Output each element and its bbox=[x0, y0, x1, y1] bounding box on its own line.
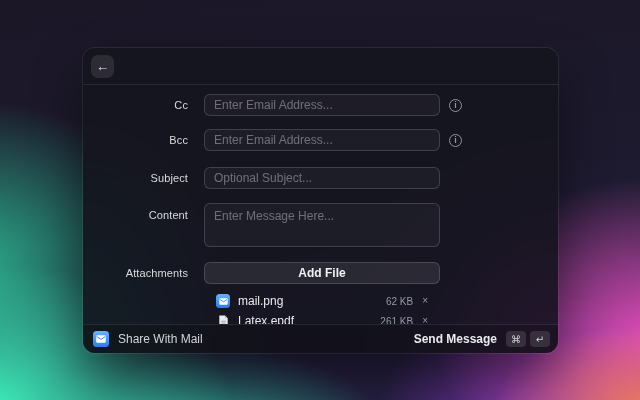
attachment-size: 62 KB bbox=[386, 296, 413, 307]
attachment-filename: mail.png bbox=[238, 294, 386, 308]
attachments-row: Attachments Add File bbox=[83, 262, 558, 284]
mail-app-icon bbox=[93, 331, 109, 347]
remove-attachment-icon[interactable]: × bbox=[422, 316, 428, 324]
subject-input[interactable] bbox=[204, 167, 440, 189]
back-arrow-icon: ← bbox=[96, 60, 109, 73]
content-textarea[interactable] bbox=[204, 203, 440, 247]
attachment-list: mail.png 62 KB × Latex.epdf 261 KB × bbox=[204, 291, 440, 324]
info-icon[interactable]: i bbox=[449, 134, 462, 147]
attachments-label: Attachments bbox=[83, 267, 188, 279]
action-bar: Share With Mail Send Message ⌘ ↵ bbox=[83, 324, 558, 353]
bcc-label: Bcc bbox=[83, 134, 188, 146]
info-icon[interactable]: i bbox=[449, 99, 462, 112]
bcc-input[interactable] bbox=[204, 129, 440, 151]
back-button[interactable]: ← bbox=[91, 55, 114, 78]
cc-input[interactable] bbox=[204, 94, 440, 116]
command-key-icon: ⌘ bbox=[506, 331, 526, 347]
subject-row: Subject bbox=[83, 167, 558, 189]
extension-title: Share With Mail bbox=[118, 332, 203, 346]
cc-label: Cc bbox=[83, 99, 188, 111]
attachment-item: Latex.epdf 261 KB × bbox=[204, 311, 440, 324]
return-key-icon: ↵ bbox=[530, 331, 550, 347]
window-header: ← bbox=[83, 48, 558, 85]
cc-row: Cc i bbox=[83, 94, 558, 116]
attachment-item: mail.png 62 KB × bbox=[204, 291, 440, 311]
add-file-button[interactable]: Add File bbox=[204, 262, 440, 284]
subject-label: Subject bbox=[83, 172, 188, 184]
form-body: Cc i Bcc i Subject Content Attachments A… bbox=[83, 85, 558, 324]
bcc-row: Bcc i bbox=[83, 129, 558, 151]
send-message-label: Send Message bbox=[414, 332, 497, 346]
share-with-mail-window: ← Cc i Bcc i Subject Content Attachments… bbox=[83, 48, 558, 353]
document-icon bbox=[216, 314, 230, 324]
attachment-filename: Latex.epdf bbox=[238, 314, 380, 324]
mail-app-icon bbox=[216, 294, 230, 308]
content-label: Content bbox=[83, 209, 188, 221]
attachment-size: 261 KB bbox=[380, 316, 413, 325]
remove-attachment-icon[interactable]: × bbox=[422, 296, 428, 306]
content-row: Content bbox=[83, 203, 558, 247]
send-message-button[interactable]: Send Message ⌘ ↵ bbox=[414, 331, 550, 347]
